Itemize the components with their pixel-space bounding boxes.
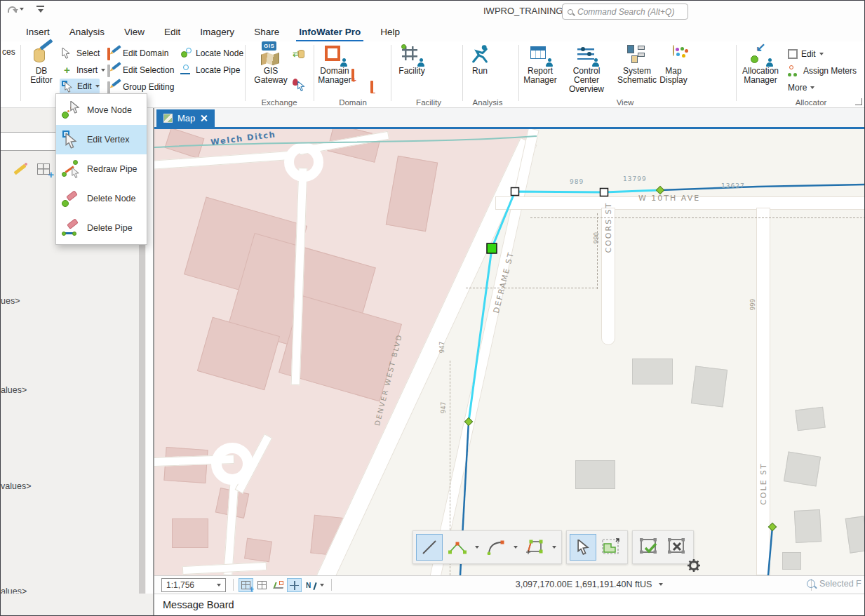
- tab-share[interactable]: Share: [244, 24, 289, 40]
- insert-button[interactable]: + Insert: [61, 62, 105, 78]
- map-canvas[interactable]: Welch Ditch W 10TH AVE COORS ST COLE ST …: [154, 129, 865, 575]
- crosshair-toggle[interactable]: [287, 578, 302, 592]
- menu-item-redraw-pipe[interactable]: Redraw Pipe: [56, 154, 147, 184]
- allocator-edit-toggle[interactable]: Edit: [788, 46, 824, 62]
- map-status-bar: 1:1,756 N 3,097,170.00E 1,691,191.40N ft…: [154, 575, 865, 594]
- pipe-node[interactable]: [656, 186, 664, 194]
- edit-domain-icon: [107, 48, 119, 60]
- vertex-line-tool-button[interactable]: [444, 534, 471, 561]
- tab-insert[interactable]: Insert: [16, 24, 60, 40]
- select-button[interactable]: Select: [61, 46, 100, 61]
- sketch-tools-segment: [413, 530, 562, 564]
- pipe[interactable]: [660, 185, 865, 190]
- coordinate-readout[interactable]: 3,097,170.00E 1,691,191.40N ftUS: [449, 580, 730, 589]
- pointer-tool-button[interactable]: [570, 534, 596, 561]
- tab-view[interactable]: View: [114, 24, 154, 40]
- close-icon[interactable]: [200, 114, 208, 122]
- group-label-facility: Facility: [394, 98, 464, 107]
- trace-tool-button[interactable]: [521, 534, 548, 561]
- selected-features-status[interactable]: Selected F: [807, 579, 865, 589]
- snapping-toggle[interactable]: [239, 578, 253, 592]
- finish-segment: [632, 530, 694, 564]
- edit-selection-button[interactable]: Edit Selection: [107, 62, 174, 78]
- customize-qat-icon[interactable]: [36, 6, 44, 13]
- chevron-down-icon[interactable]: [20, 8, 24, 11]
- redo-icon[interactable]: [8, 6, 17, 13]
- group-editing-icon: [107, 81, 119, 93]
- tab-imagery[interactable]: Imagery: [190, 24, 244, 40]
- chevron-down-icon: [95, 85, 100, 88]
- system-schematic-button[interactable]: System Schematic: [615, 44, 659, 85]
- selected-node[interactable]: [487, 243, 497, 253]
- pipe-node[interactable]: [464, 417, 472, 425]
- snap-settings-button[interactable]: [271, 578, 286, 592]
- vertex-tool-dropdown[interactable]: [472, 546, 481, 549]
- locate-node-button[interactable]: Locate Node: [180, 46, 243, 61]
- group-label-allocator: Allocator: [779, 98, 843, 107]
- drop-select-icon[interactable]: [293, 79, 304, 91]
- line-tool-button[interactable]: [416, 534, 443, 561]
- legend-item[interactable]: alues>: [1, 385, 27, 395]
- message-board-title: Message Board: [163, 599, 234, 610]
- add-table-icon[interactable]: [37, 163, 50, 175]
- street-label-cole: COLE ST: [759, 460, 768, 509]
- db-editor-button[interactable]: DB Editor: [25, 44, 58, 85]
- arc-tool-dropdown[interactable]: [511, 546, 520, 549]
- group-label-view: View: [604, 98, 646, 107]
- street-label-w10th: W 10TH AVE: [638, 194, 700, 203]
- run-icon: [469, 44, 490, 65]
- menu-item-delete-node[interactable]: Delete Node: [56, 184, 147, 213]
- pipe-label: 13799: [623, 175, 647, 182]
- tab-analysis[interactable]: Analysis: [60, 24, 114, 40]
- domain-add-icon[interactable]: [351, 70, 363, 82]
- assign-meters-button[interactable]: Assign Meters: [788, 63, 857, 79]
- contour-label: 990: [593, 227, 600, 248]
- domain-remove-icon[interactable]: [370, 82, 382, 94]
- map-display-button[interactable]: Map Display: [659, 44, 688, 85]
- legend-item[interactable]: values>: [1, 481, 31, 491]
- pipe-label: 989: [570, 178, 584, 185]
- grid-toggle[interactable]: [255, 578, 269, 592]
- system-schematic-icon: [626, 44, 648, 65]
- transform-tool-button[interactable]: [598, 534, 624, 561]
- gis-gateway-button[interactable]: GIS GIS Gateway: [250, 44, 291, 85]
- tab-infowater-pro[interactable]: InfoWater Pro: [289, 24, 370, 40]
- scale-selector[interactable]: 1:1,756: [161, 578, 226, 592]
- cancel-sketch-button[interactable]: [664, 534, 690, 561]
- insert-icon: +: [61, 65, 73, 76]
- menu-item-edit-vertex[interactable]: Edit Vertex: [56, 125, 147, 154]
- run-button[interactable]: Run: [465, 44, 495, 76]
- menu-item-delete-pipe[interactable]: Delete Pipe: [56, 213, 147, 243]
- vertex-handle[interactable]: [511, 188, 519, 196]
- locate-pipe-button[interactable]: Locate Pipe: [180, 62, 240, 78]
- menu-item-move-node[interactable]: Move Node: [56, 95, 147, 125]
- allocation-manager-button[interactable]: ↙ Allocation Manager: [739, 44, 782, 85]
- vertex-handle[interactable]: [601, 189, 608, 196]
- group-label-domain: Domain: [318, 98, 388, 107]
- group-editing-button[interactable]: Group Editing: [107, 79, 174, 95]
- tab-help[interactable]: Help: [370, 24, 410, 40]
- edit-domain-button[interactable]: Edit Domain: [107, 46, 168, 61]
- pencil-icon[interactable]: [12, 161, 27, 177]
- command-search-input[interactable]: Command Search (Alt+Q): [562, 4, 688, 20]
- north-arrow-button[interactable]: N: [303, 578, 318, 592]
- facility-button[interactable]: Facility: [394, 44, 430, 76]
- more-button[interactable]: More: [788, 80, 814, 95]
- pipe[interactable]: [768, 527, 772, 575]
- dialog-launcher-icon[interactable]: [855, 98, 862, 105]
- edit-button[interactable]: Edit: [60, 79, 100, 94]
- legend-item[interactable]: ues>: [1, 296, 20, 306]
- tab-edit[interactable]: Edit: [154, 24, 190, 40]
- arc-tool-button[interactable]: [483, 534, 509, 561]
- report-manager-button[interactable]: Report Manager: [521, 44, 559, 85]
- domain-manager-button[interactable]: Domain Manager: [316, 44, 353, 85]
- map-view-tab[interactable]: Map: [156, 109, 215, 127]
- control-center-overview-button[interactable]: Control Center Overview: [559, 44, 614, 94]
- gear-icon[interactable]: [687, 558, 701, 573]
- finish-sketch-button[interactable]: [636, 534, 662, 561]
- exchange-sync-icon[interactable]: ⇄: [293, 47, 304, 59]
- edit-dropdown-menu: Move Node Edit Vertex Redraw Pipe Delete…: [55, 93, 147, 245]
- pipe-node[interactable]: [768, 523, 776, 530]
- north-dropdown[interactable]: [317, 578, 327, 592]
- trace-tool-dropdown[interactable]: [549, 546, 558, 549]
